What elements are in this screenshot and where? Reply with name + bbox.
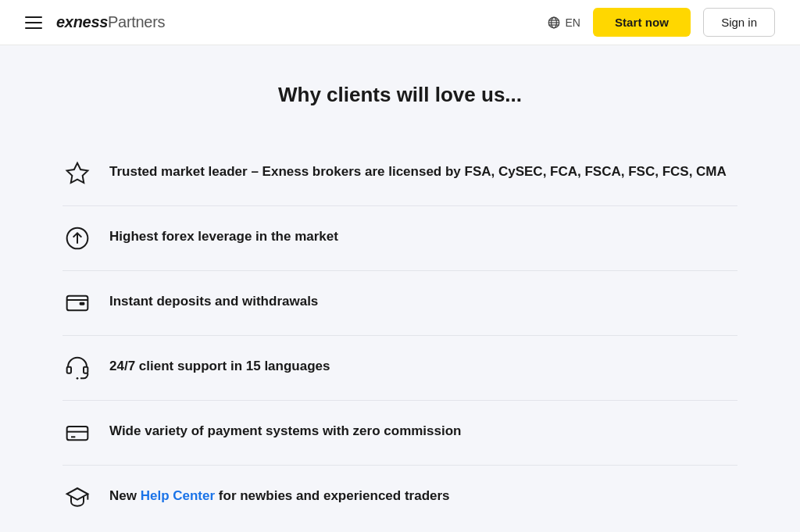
feature-payment-text: Wide variety of payment systems with zer… <box>109 418 461 441</box>
feature-deposits: Instant deposits and withdrawals <box>62 271 738 336</box>
navbar: exness Partners EN Start now Sign in <box>0 0 800 45</box>
graduation-icon <box>62 483 92 512</box>
svg-rect-14 <box>67 427 88 440</box>
svg-rect-11 <box>67 367 71 373</box>
star-icon <box>62 159 92 188</box>
logo: exness Partners <box>56 13 165 31</box>
svg-rect-12 <box>84 367 88 373</box>
headset-icon <box>62 353 92 383</box>
svg-marker-17 <box>67 488 88 500</box>
globe-icon <box>547 16 561 30</box>
nav-left: exness Partners <box>25 13 165 31</box>
feature-payment: Wide variety of payment systems with zer… <box>62 401 738 466</box>
svg-rect-8 <box>67 296 88 311</box>
help-center-link[interactable]: Help Center <box>141 488 215 503</box>
feature-leverage-text: Highest forex leverage in the market <box>109 223 338 247</box>
language-selector[interactable]: EN <box>547 16 580 30</box>
feature-support-text: 24/7 client support in 15 languages <box>109 353 330 377</box>
logo-partners: Partners <box>108 13 165 31</box>
feature-trusted-text: Trusted market leader – Exness brokers a… <box>109 159 727 182</box>
card-icon <box>62 418 92 448</box>
feature-helpcenter: New Help Center for newbies and experien… <box>62 466 738 530</box>
section-title: Why clients will love us... <box>62 83 738 107</box>
feature-leverage: Highest forex leverage in the market <box>62 206 738 271</box>
svg-point-13 <box>77 377 79 380</box>
wallet-icon <box>62 288 92 318</box>
svg-rect-9 <box>80 302 85 305</box>
feature-list: Trusted market leader – Exness brokers a… <box>62 141 738 530</box>
feature-support: 24/7 client support in 15 languages <box>62 336 738 401</box>
upload-icon <box>62 223 92 253</box>
feature-helpcenter-text: New Help Center for newbies and experien… <box>109 483 450 506</box>
svg-marker-5 <box>67 163 88 183</box>
logo-exness: exness <box>56 13 108 31</box>
sign-in-button[interactable]: Sign in <box>703 8 775 37</box>
menu-icon[interactable] <box>25 16 42 29</box>
feature-trusted: Trusted market leader – Exness brokers a… <box>62 141 738 206</box>
nav-right: EN Start now Sign in <box>547 8 775 37</box>
main-content: Why clients will love us... Trusted mark… <box>0 45 800 532</box>
lang-code: EN <box>565 16 580 29</box>
start-now-button[interactable]: Start now <box>593 8 691 37</box>
feature-deposits-text: Instant deposits and withdrawals <box>109 288 318 312</box>
